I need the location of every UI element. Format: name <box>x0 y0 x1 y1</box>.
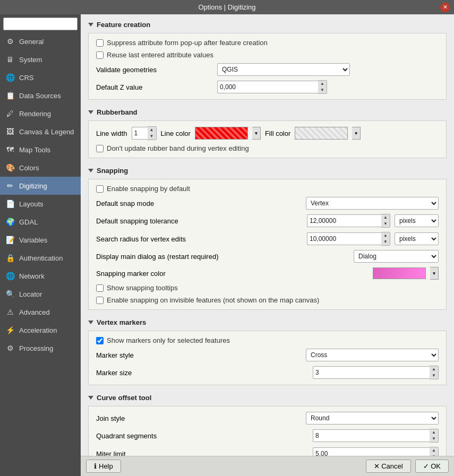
sidebar-item-locator[interactable]: 🔍 Locator <box>0 285 81 303</box>
snapping-tolerance-input[interactable] <box>307 214 381 227</box>
snapping-tolerance-down[interactable]: ▼ <box>381 221 390 227</box>
no-update-checkbox[interactable] <box>96 145 104 152</box>
miter-label: Miter limit <box>96 450 213 456</box>
miter-up[interactable]: ▲ <box>430 447 438 454</box>
display-dialog-row: Display main dialog as (restart required… <box>96 250 439 263</box>
section-header-snapping: Snapping <box>88 167 447 175</box>
marker-size-input[interactable] <box>313 366 430 379</box>
enable-snapping-checkbox[interactable] <box>96 185 104 193</box>
section-body-curve-offset: Join style Round Miter Bevel Quadrant se… <box>88 406 447 456</box>
data-sources-icon: 📋 <box>5 91 15 100</box>
snapping-tolerance-up[interactable]: ▲ <box>381 214 390 221</box>
search-radius-input[interactable] <box>307 232 381 245</box>
miter-input[interactable] <box>313 447 430 456</box>
quadrant-up[interactable]: ▲ <box>430 429 438 436</box>
join-style-select[interactable]: Round Miter Bevel <box>306 412 439 425</box>
show-tooltips-label: Show snapping tooltips <box>107 284 178 292</box>
line-color-button[interactable] <box>195 127 248 140</box>
map-tools-icon: 🗺 <box>5 145 15 154</box>
display-dialog-select[interactable]: Dialog Dock <box>354 250 439 263</box>
snap-mode-select[interactable]: Vertex Segment Area <box>306 197 439 210</box>
sidebar-item-general[interactable]: ⚙ General <box>0 32 81 50</box>
line-width-up[interactable]: ▲ <box>148 127 156 133</box>
suppress-attr-row: Suppress attribute form pop-up after fea… <box>96 39 439 47</box>
sidebar-item-processing[interactable]: ⚙ Processing <box>0 339 81 357</box>
cancel-button[interactable]: ✕ Cancel <box>366 460 411 473</box>
section-arrow-rubberband[interactable] <box>88 110 93 114</box>
section-arrow-curve-offset[interactable] <box>88 396 93 400</box>
default-z-input[interactable] <box>217 81 318 93</box>
line-color-label: Line color <box>161 129 191 137</box>
search-radius-down[interactable]: ▼ <box>381 239 390 245</box>
ok-button[interactable]: ✓ OK <box>415 460 449 473</box>
reuse-last-label: Reuse last entered attribute values <box>107 51 213 59</box>
sidebar-label-digitizing: Digitizing <box>19 182 47 190</box>
line-width-down[interactable]: ▼ <box>148 133 156 140</box>
section-feature-creation: Feature creation Suppress attribute form… <box>88 21 447 100</box>
line-color-dropdown[interactable]: ▼ <box>252 127 261 140</box>
sidebar-item-variables[interactable]: 📝 Variables <box>0 231 81 249</box>
marker-color-button[interactable] <box>373 267 426 279</box>
snapping-tolerance-spin: ▲ ▼ <box>307 214 390 228</box>
section-title-curve-offset: Curve offset tool <box>97 394 151 402</box>
sidebar-item-map-tools[interactable]: 🗺 Map Tools <box>0 141 81 159</box>
snapping-tolerance-label: Default snapping tolerance <box>96 217 213 225</box>
sidebar-label-colors: Colors <box>19 164 39 172</box>
section-title-feature-creation: Feature creation <box>97 21 150 29</box>
suppress-attr-checkbox[interactable] <box>96 39 104 47</box>
marker-style-select[interactable]: Cross Semi transparent circle None <box>306 349 439 361</box>
fill-color-label: Fill color <box>265 129 290 137</box>
sidebar-label-acceleration: Acceleration <box>19 326 57 334</box>
section-arrow-snapping[interactable] <box>88 169 93 172</box>
section-arrow-vertex-markers[interactable] <box>88 321 93 324</box>
crs-icon: 🌐 <box>5 73 15 82</box>
fill-color-dropdown[interactable]: ▼ <box>352 127 361 140</box>
sidebar-item-colors[interactable]: 🎨 Colors <box>0 159 81 177</box>
section-arrow-feature-creation[interactable] <box>88 23 93 27</box>
fill-color-button[interactable] <box>295 127 348 140</box>
marker-color-dropdown[interactable]: ▼ <box>430 267 439 280</box>
sidebar-item-canvas-legend[interactable]: 🖼 Canvas & Legend <box>0 123 81 141</box>
sidebar-item-gdal[interactable]: 🌍 GDAL <box>0 213 81 231</box>
show-markers-row: Show markers only for selected features <box>96 336 439 344</box>
sidebar-item-network[interactable]: 🌐 Network <box>0 267 81 285</box>
snap-mode-label: Default snap mode <box>96 200 213 207</box>
advanced-icon: ⚠ <box>5 307 15 317</box>
sidebar-item-acceleration[interactable]: ⚡ Acceleration <box>0 321 81 339</box>
validate-select[interactable]: QGIS Off GEOS <box>217 63 350 76</box>
sidebar-item-advanced[interactable]: ⚠ Advanced <box>0 303 81 321</box>
section-title-rubberband: Rubberband <box>97 108 138 116</box>
default-z-down[interactable]: ▼ <box>318 87 327 93</box>
quadrant-down[interactable]: ▼ <box>430 436 438 442</box>
section-body-vertex-markers: Show markers only for selected features … <box>88 331 447 385</box>
window-title: Options | Digitizing <box>198 3 255 11</box>
show-markers-checkbox[interactable] <box>96 337 104 344</box>
search-radius-spin-buttons: ▲ ▼ <box>381 232 390 246</box>
quadrant-spin-buttons: ▲ ▼ <box>430 429 439 443</box>
sidebar-item-layouts[interactable]: 📄 Layouts <box>0 195 81 213</box>
rendering-icon: 🖊 <box>5 109 15 118</box>
snapping-tolerance-unit-select[interactable]: pixels map units <box>395 214 439 227</box>
sidebar-label-variables: Variables <box>19 236 47 244</box>
miter-spin: ▲ ▼ <box>313 447 439 456</box>
search-radius-unit-select[interactable]: pixels map units <box>395 232 439 245</box>
sidebar-item-rendering[interactable]: 🖊 Rendering <box>0 105 81 123</box>
enable-invisible-checkbox[interactable] <box>96 297 104 304</box>
help-button[interactable]: ℹ Help <box>86 460 121 473</box>
show-tooltips-checkbox[interactable] <box>96 284 104 292</box>
sidebar-item-digitizing[interactable]: ✏ Digitizing <box>0 177 81 195</box>
default-z-up[interactable]: ▲ <box>318 81 327 87</box>
marker-size-up[interactable]: ▲ <box>430 366 438 373</box>
sidebar-item-crs[interactable]: 🌐 CRS <box>0 68 81 86</box>
sidebar-item-system[interactable]: 🖥 System <box>0 50 81 68</box>
sidebar-item-authentication[interactable]: 🔒 Authentication <box>0 249 81 267</box>
miter-row: Miter limit ▲ ▼ <box>96 447 439 456</box>
search-radius-up[interactable]: ▲ <box>381 232 390 239</box>
close-button[interactable]: ✕ <box>440 3 450 12</box>
marker-size-down[interactable]: ▼ <box>430 373 438 379</box>
line-width-input[interactable] <box>132 127 148 140</box>
reuse-last-checkbox[interactable] <box>96 51 104 59</box>
sidebar-item-data-sources[interactable]: 📋 Data Sources <box>0 86 81 105</box>
quadrant-input[interactable] <box>313 429 430 442</box>
search-input[interactable] <box>3 18 78 30</box>
